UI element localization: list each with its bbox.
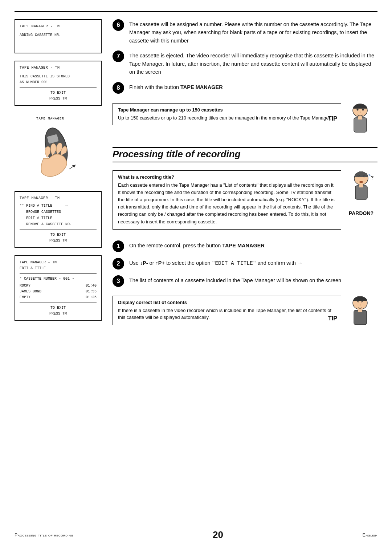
step-1-bold: TAPE MANAGER — [222, 243, 265, 248]
svg-rect-10 — [358, 117, 362, 119]
step-1-row: 1 On the remote control, press the butto… — [113, 240, 377, 252]
main-content: TAPE MANAGER - TM ADDING CASSETTE NR. TA… — [15, 19, 377, 519]
screen4-cassette: ⁺ CASSETTE NUMBER ← 001 → — [20, 276, 97, 282]
screen3-exit: TO EXIT — [20, 232, 97, 238]
screen4-row2: JAMES BOND01:55 — [20, 289, 97, 295]
info-box-1-title: What is a recording title? — [118, 174, 336, 180]
tip-box-1-content: Up to 150 cassettes or up to 210 recordi… — [118, 114, 336, 122]
screen3-press: PRESS TM — [20, 238, 97, 244]
tip-section-1: Tape Manager can manage up to 150 casset… — [113, 103, 377, 141]
screen3-items: ⁺⁺ FIND A TITLE → BROWSE CASSETTES EDIT … — [20, 203, 97, 227]
screen3-title: TAPE MANAGER - TM — [20, 195, 97, 201]
screen2-line4: TO EXIT — [20, 90, 97, 96]
step-2-text: Use ↓P- or ↑P+ to select the option "EDI… — [129, 258, 377, 267]
step-6-number: 6 — [113, 19, 124, 31]
screen2-line5: PRESS TM — [20, 96, 97, 102]
pardon-section: ? PARDON? — [345, 170, 377, 216]
page-container: TAPE MANAGER - TM ADDING CASSETTE NR. TA… — [0, 0, 392, 555]
step-7-number: 7 — [113, 50, 124, 62]
info-pardon-section: What is a recording title? Each cassette… — [113, 170, 377, 235]
info-box-wrapper: What is a recording title? Each cassette… — [113, 170, 341, 235]
step-2-mono: "EDIT A TITLE" — [212, 260, 256, 266]
screen-box-1: TAPE MANAGER - TM ADDING CASSETTE NR. — [15, 19, 102, 53]
section-heading-top-line — [113, 147, 377, 148]
section-title-block: Processing title of recording — [113, 149, 377, 162]
tip-box-1-label: TIP — [328, 116, 337, 122]
step-3-row: 3 The list of contents of a cassette inc… — [113, 275, 377, 287]
screen4-exit: TO EXIT — [20, 305, 97, 311]
tip-box-1-wrapper: Tape Manager can manage up to 150 casset… — [113, 103, 341, 131]
step-7-text: The cassette is ejected. The video recor… — [129, 50, 377, 76]
top-line — [15, 11, 377, 12]
remote-illustration: TAPE MANAGER — [15, 113, 102, 184]
tip-section-2: Display correct list of contents If ther… — [113, 296, 377, 333]
screen-box-3: TAPE MANAGER - TM ⁺⁺ FIND A TITLE → BROW… — [15, 191, 102, 248]
step-6-text: The cassette will be assigned a number. … — [129, 19, 377, 45]
screen4-row3: EMPTY01:25 — [20, 295, 97, 300]
svg-rect-9 — [354, 118, 367, 132]
section-title: Processing title of recording — [113, 149, 241, 159]
tip-box-1: Tape Manager can manage up to 150 casset… — [113, 103, 341, 126]
step-3-text: The list of contents of a cassette inclu… — [129, 275, 377, 284]
screen4-press: PRESS TM — [20, 311, 97, 317]
footer-page-number: 20 — [213, 529, 223, 540]
tip-box-2: Display correct list of contents If ther… — [113, 296, 341, 325]
svg-rect-13 — [355, 186, 367, 199]
step-8-row: 8 Finish with the button TAPE MANAGER — [113, 82, 377, 94]
tip-box-2-label: TIP — [328, 315, 337, 322]
step-8-number: 8 — [113, 82, 124, 94]
person-svg-1 — [345, 103, 376, 139]
person-illustration-1 — [345, 103, 377, 141]
step-8-text: Finish with the button TAPE MANAGER — [129, 82, 377, 91]
pardon-svg: ? — [346, 170, 377, 210]
info-box-1: What is a recording title? Each cassette… — [113, 170, 341, 230]
remote-label: TAPE MANAGER — [36, 117, 64, 121]
screen-box-4: TAPE MANAGER - TM EDIT A TITLE ⁺ CASSETT… — [15, 255, 102, 321]
tip-box-2-title: Display correct list of contents — [118, 300, 336, 305]
processing-steps-section: 1 On the remote control, press the butto… — [113, 240, 377, 293]
right-column: 6 The cassette will be assigned a number… — [113, 19, 377, 519]
section-heading-area: Processing title of recording — [113, 147, 377, 166]
person-svg-2 — [345, 296, 376, 332]
svg-point-8 — [362, 109, 364, 110]
screen1-title: TAPE MANAGER - TM — [20, 24, 97, 29]
tip-box-1-title: Tape Manager can manage up to 150 casset… — [118, 107, 336, 113]
step-8-bold: TAPE MANAGER — [180, 84, 223, 90]
screen4-row1: ROCKY01:40 — [20, 283, 97, 289]
left-column: TAPE MANAGER - TM ADDING CASSETTE NR. TA… — [15, 19, 102, 519]
svg-text:?: ? — [371, 175, 374, 181]
svg-rect-18 — [358, 309, 362, 312]
svg-point-12 — [359, 181, 363, 183]
steps-section-upper: 6 The cassette will be assigned a number… — [113, 19, 377, 100]
svg-point-7 — [357, 109, 359, 110]
page-footer: Processing title of recording 20 English — [15, 526, 377, 540]
footer-right-text: English — [363, 532, 377, 538]
footer-left-text: Processing title of recording — [15, 532, 73, 538]
svg-rect-17 — [354, 310, 367, 325]
screen4-subtitle: EDIT A TITLE — [20, 266, 97, 271]
info-box-1-content: Each cassette entered in the Tape Manage… — [118, 182, 336, 226]
screen4-title: TAPE MANAGER - TM — [20, 260, 97, 266]
step-2-p-plus: ↑P+ — [156, 260, 165, 266]
tip-box-2-content: If there is a cassette in the video reco… — [118, 307, 336, 321]
step-1-text: On the remote control, press the button … — [129, 240, 377, 250]
step-2-p-minus: ↓P- — [140, 260, 148, 266]
screen2-line2: THIS CASSETTE IS STORED — [20, 74, 97, 80]
step-2-number: 2 — [113, 258, 124, 270]
remote-svg — [36, 122, 80, 180]
step-6-row: 6 The cassette will be assigned a number… — [113, 19, 377, 45]
tip-box-2-wrapper: Display correct list of contents If ther… — [113, 296, 341, 331]
screen2-line3: AS NUMBER 001 — [20, 80, 97, 85]
step-3-number: 3 — [113, 275, 124, 287]
step-2-row: 2 Use ↓P- or ↑P+ to select the option "E… — [113, 258, 377, 270]
screen-box-2: TAPE MANAGER - TM THIS CASSETTE IS STORE… — [15, 61, 102, 106]
step-7-row: 7 The cassette is ejected. The video rec… — [113, 50, 377, 76]
screen2-title: TAPE MANAGER - TM — [20, 65, 97, 71]
person-illustration-2 — [345, 296, 377, 333]
step-1-number: 1 — [113, 240, 124, 252]
svg-rect-14 — [359, 185, 363, 187]
screen1-content: ADDING CASSETTE NR. — [20, 32, 97, 38]
pardon-label: PARDON? — [349, 210, 373, 216]
